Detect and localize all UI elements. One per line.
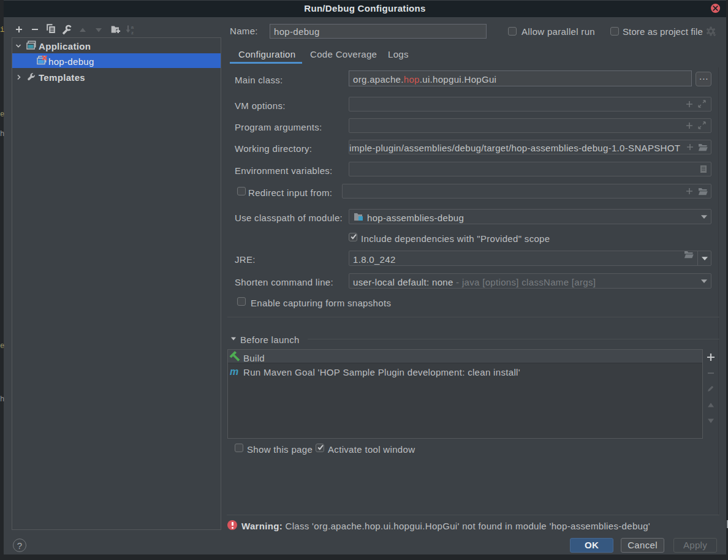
svg-text:z: z xyxy=(131,30,134,36)
